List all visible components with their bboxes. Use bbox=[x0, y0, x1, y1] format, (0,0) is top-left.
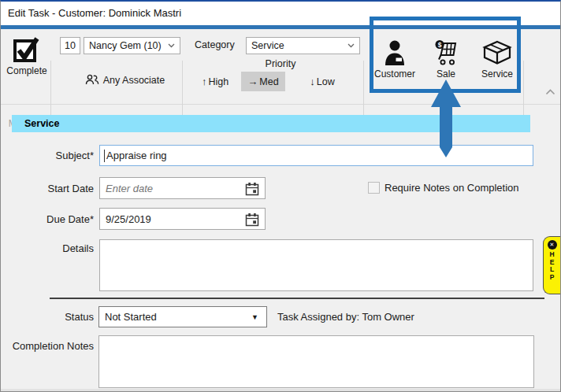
customer-link-button[interactable]: Customer bbox=[370, 38, 420, 83]
complete-label: Complete bbox=[6, 65, 46, 76]
service-link-label: Service bbox=[481, 68, 513, 80]
require-notes-label: Require Notes on Completion bbox=[385, 182, 519, 194]
status-dropdown-value: Not Started bbox=[105, 311, 157, 323]
completion-notes-label: Completion Notes bbox=[1, 340, 94, 352]
service-link-button[interactable]: Service bbox=[472, 38, 522, 83]
dropdown-arrow-icon: ▼ bbox=[251, 313, 258, 321]
window-title: Edit Task - Customer: Dominick Mastri bbox=[8, 7, 181, 19]
complete-checkbox-icon bbox=[12, 35, 42, 64]
require-notes-checkbox[interactable] bbox=[368, 182, 380, 194]
help-tab-label: HELP bbox=[548, 251, 556, 281]
priority-low-button[interactable]: ↓ Low bbox=[303, 72, 342, 91]
any-associate-button[interactable]: Any Associate bbox=[68, 74, 182, 86]
priority-med-label: Med bbox=[259, 76, 278, 87]
close-icon[interactable]: ✕ bbox=[548, 240, 557, 250]
priority-high-button[interactable]: ↑ High bbox=[195, 72, 236, 91]
associate-count-input[interactable]: 10 bbox=[60, 37, 80, 54]
sale-cart-icon: $ bbox=[433, 38, 459, 67]
calendar-icon[interactable] bbox=[245, 213, 259, 227]
section-header-bar: Service bbox=[12, 115, 530, 132]
due-date-value: 9/25/2019 bbox=[106, 213, 151, 225]
priority-med-button[interactable]: → Med bbox=[241, 72, 285, 91]
svg-text:$: $ bbox=[438, 40, 442, 48]
subject-value: Appraise ring bbox=[106, 150, 167, 161]
due-date-input[interactable]: 9/25/2019 bbox=[99, 208, 266, 230]
sale-link-label: Sale bbox=[437, 68, 455, 80]
start-date-label: Start Date bbox=[1, 183, 94, 194]
priority-low-label: Low bbox=[317, 76, 335, 87]
people-icon bbox=[85, 74, 99, 86]
due-date-label: Due Date* bbox=[1, 213, 94, 225]
assigned-by-text: Task Assigned by: Tom Owner bbox=[277, 311, 414, 323]
section-header-text: Service bbox=[24, 118, 59, 129]
any-associate-label: Any Associate bbox=[103, 75, 165, 86]
details-textarea[interactable] bbox=[99, 239, 533, 291]
start-date-placeholder: Enter date bbox=[106, 183, 153, 194]
service-box-icon bbox=[482, 38, 512, 67]
associate-dropdown[interactable]: Nancy Gem (10) bbox=[84, 37, 180, 54]
sale-link-button[interactable]: $ Sale bbox=[423, 38, 469, 83]
section-divider bbox=[50, 298, 544, 299]
chevron-up-icon bbox=[545, 89, 555, 95]
status-label: Status bbox=[1, 311, 94, 323]
chevron-down-icon bbox=[347, 43, 355, 48]
status-dropdown[interactable]: Not Started ▼ bbox=[98, 306, 267, 327]
calendar-icon[interactable] bbox=[245, 182, 259, 196]
priority-label: Priority bbox=[237, 58, 324, 69]
subject-label: Subject* bbox=[1, 150, 94, 161]
customer-link-label: Customer bbox=[374, 68, 415, 80]
arrow-up-icon: ↑ bbox=[202, 76, 207, 87]
arrow-down-icon: ↓ bbox=[310, 76, 315, 87]
category-dropdown[interactable]: Service bbox=[246, 37, 360, 54]
customer-person-icon bbox=[382, 38, 407, 67]
complete-button[interactable]: Complete bbox=[6, 35, 48, 86]
category-dropdown-value: Service bbox=[251, 40, 284, 51]
completion-notes-textarea[interactable] bbox=[98, 335, 534, 388]
priority-high-label: High bbox=[208, 76, 228, 87]
help-tab[interactable]: ✕ HELP bbox=[543, 236, 560, 294]
arrow-right-icon: → bbox=[247, 76, 258, 87]
category-label: Category bbox=[195, 39, 235, 50]
details-label: Details bbox=[1, 242, 94, 254]
chevron-down-icon bbox=[168, 43, 175, 48]
text-caret bbox=[104, 150, 105, 162]
associate-dropdown-value: Nancy Gem (10) bbox=[89, 40, 162, 51]
associate-count-value: 10 bbox=[65, 40, 76, 51]
window-bottom-edge bbox=[1, 389, 560, 392]
title-bar: Edit Task - Customer: Dominick Mastri bbox=[1, 2, 560, 25]
edit-task-window: Edit Task - Customer: Dominick Mastri Co… bbox=[0, 0, 561, 392]
start-date-input[interactable]: Enter date bbox=[99, 177, 266, 199]
ribbon: Complete Manage 10 Nancy Gem (10) Any As… bbox=[1, 29, 560, 105]
subject-input[interactable]: Appraise ring bbox=[99, 145, 533, 166]
collapse-ribbon-button[interactable] bbox=[545, 89, 555, 95]
